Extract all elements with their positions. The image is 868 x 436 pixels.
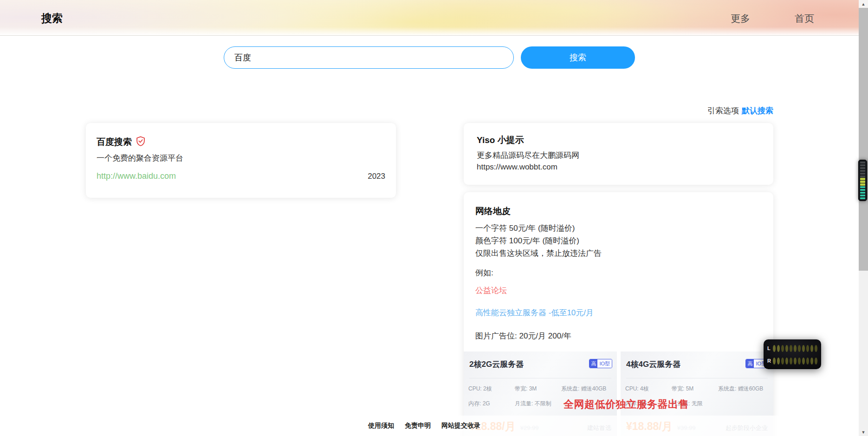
led-segment — [781, 358, 784, 364]
meter-right-label: R — [767, 358, 771, 364]
led-segment — [777, 345, 780, 352]
led-segment — [860, 192, 865, 194]
divider — [626, 378, 768, 378]
search-input[interactable] — [224, 46, 514, 69]
led-segment — [860, 189, 865, 191]
land-rule: 仅限出售这块区域，禁止放违法广告 — [475, 247, 602, 260]
led-segment — [773, 358, 776, 364]
led-segment — [860, 197, 865, 199]
default-search-option[interactable]: 默认搜索 — [742, 106, 773, 115]
result-description: 一个免费的聚合资源平台 — [97, 153, 183, 163]
nav-home-link[interactable]: 首页 — [795, 12, 814, 25]
tip-line: 更多精品源码尽在大鹏源码网 — [477, 150, 579, 161]
land-pink-link[interactable]: 公益论坛 — [475, 285, 507, 296]
badge-tail: IO型 — [597, 359, 612, 368]
spec-disk: 系统盘: 赠送60GB — [718, 385, 763, 393]
led-segment — [794, 345, 797, 352]
spec-ram: 内存: 2G — [468, 400, 490, 408]
led-segment — [785, 345, 788, 352]
led-segment — [777, 358, 780, 364]
footer-link-terms[interactable]: 使用须知 — [368, 422, 394, 430]
land-blue-link[interactable]: 高性能云独立服务器 -低至10元/月 — [475, 307, 594, 318]
spec-traffic: 月流量: 不限制 — [515, 400, 551, 408]
led-segment — [790, 345, 792, 352]
tip-card: Yiso 小提示 更多精品源码尽在大鹏源码网 https://www.wobbt… — [464, 123, 773, 185]
search-result-card[interactable]: 百度搜索 一个免费的聚合资源平台 http://www.baidu.com 20… — [86, 123, 396, 198]
land-rule: 一个字符 50元/年 (随时溢价) — [475, 222, 602, 234]
led-segment — [860, 162, 865, 163]
led-segment — [802, 358, 805, 364]
led-segment — [794, 358, 797, 364]
result-year: 2023 — [368, 172, 385, 181]
spec-bw: 带宽: 5M — [672, 385, 693, 393]
badge-head: 高 — [746, 359, 754, 368]
led-segment — [860, 181, 865, 182]
page-title: 搜索 — [41, 11, 63, 26]
led-segment — [860, 170, 865, 172]
led-segment — [810, 345, 813, 352]
led-segment — [815, 345, 817, 352]
meter-left-label: L — [767, 345, 771, 351]
led-segment — [810, 358, 813, 364]
footer-link-submit[interactable]: 网站提交收录 — [441, 422, 480, 430]
led-segment — [802, 345, 805, 352]
led-segment — [860, 186, 865, 188]
audio-level-meter-overlay: L R — [764, 339, 821, 369]
land-example-label: 例如: — [475, 267, 493, 278]
page: 搜索 更多 首页 搜索 引索选项默认搜索 百度搜索 一个免费的聚合资源平台 ht… — [0, 0, 868, 436]
led-segment — [860, 183, 865, 185]
land-adslot-line: 图片广告位: 20元/月 200/年 — [475, 331, 571, 341]
nav-more-link[interactable]: 更多 — [731, 12, 750, 25]
footer-link-disclaimer[interactable]: 免责申明 — [405, 422, 431, 430]
led-segment — [806, 345, 809, 352]
led-segment — [798, 358, 801, 364]
vertical-level-meter-overlay — [858, 160, 867, 201]
led-segment — [860, 195, 865, 196]
index-options-bar: 引索选项默认搜索 — [707, 105, 773, 116]
led-segment — [860, 176, 865, 177]
spec-cpu: CPU: 2核 — [468, 385, 492, 393]
header-banner — [0, 0, 859, 36]
server-name: 4核4G云服务器 — [626, 359, 680, 370]
land-title: 网络地皮 — [475, 205, 511, 217]
result-url-link[interactable]: http://www.baidu.com — [97, 171, 176, 181]
vertical-scrollbar[interactable]: ▲ ▼ — [859, 0, 868, 436]
scrollbar-thumb[interactable] — [859, 8, 868, 271]
divider — [469, 378, 611, 378]
led-segment — [773, 345, 776, 352]
tip-url: https://www.wobbt.com — [477, 161, 579, 173]
led-segment — [815, 358, 817, 364]
scroll-down-arrow-icon[interactable]: ▼ — [859, 428, 868, 436]
led-segment — [790, 358, 792, 364]
led-segment — [860, 178, 865, 180]
led-segment — [860, 164, 865, 166]
led-segment — [860, 173, 865, 175]
index-options-label: 引索选项 — [707, 106, 739, 115]
land-rule: 颜色字符 100元/年 (随时溢价) — [475, 234, 602, 247]
led-segment — [798, 345, 801, 352]
led-segment — [806, 358, 809, 364]
led-segment — [785, 358, 788, 364]
spec-disk: 系统盘: 赠送40GB — [561, 385, 606, 393]
result-title: 百度搜索 — [97, 136, 132, 148]
led-segment — [781, 345, 784, 352]
server-name: 2核2G云服务器 — [469, 359, 524, 370]
server-io-badge: 高 IO型 — [589, 359, 612, 368]
verified-shield-icon — [136, 136, 145, 148]
badge-head: 高 — [589, 359, 597, 368]
tip-title: Yiso 小提示 — [477, 134, 524, 146]
footer-bar: 使用须知 免责申明 网站提交收录 — [0, 416, 859, 436]
search-button[interactable]: 搜索 — [521, 46, 635, 69]
scroll-up-arrow-icon[interactable]: ▲ — [859, 0, 868, 8]
spec-cpu: CPU: 4核 — [625, 385, 649, 393]
promo-overlay-text: 全网超低价独立服务器出售 — [564, 397, 689, 411]
led-segment — [860, 167, 865, 169]
spec-bw: 带宽: 3M — [515, 385, 537, 393]
